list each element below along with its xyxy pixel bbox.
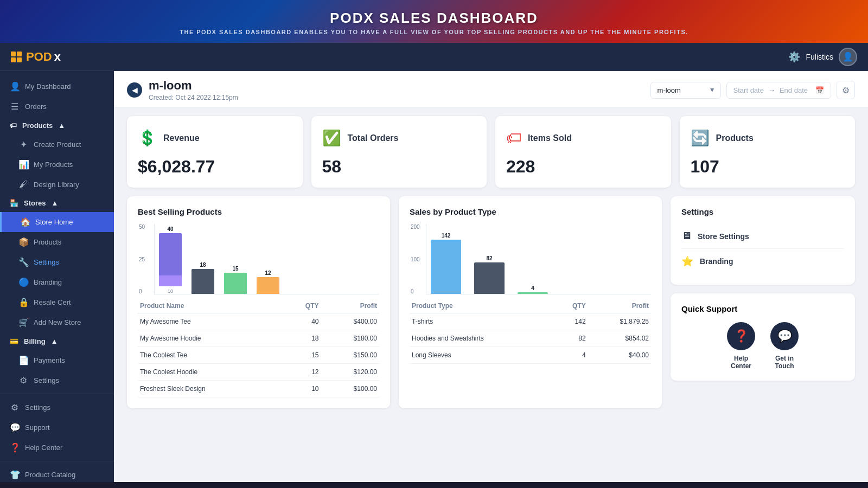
sidebar-item-settings-main[interactable]: ⚙ Settings: [0, 397, 114, 418]
support-icon: 💬: [10, 422, 20, 433]
sidebar-label-orders: Orders: [25, 102, 47, 111]
store-products-icon: 📦: [18, 237, 28, 247]
qty-cell: 15: [284, 347, 321, 364]
sales-by-type-table: Product Type QTY Profit T-shirts 142 $1,…: [410, 299, 651, 364]
sidebar-label-settings: Settings: [34, 258, 59, 266]
kpi-products: 🔄 Products 107: [680, 116, 856, 188]
sidebar-item-product-catalog[interactable]: 👕 Product Catalog: [0, 465, 114, 482]
bar-hoodies: 82: [474, 255, 505, 294]
store-home-icon: 🏠: [20, 217, 30, 227]
col-product-type: Product Type: [410, 299, 554, 313]
sidebar-item-branding[interactable]: 🔵 Branding: [0, 272, 114, 292]
table-row: My Awesome Hoodie 18 $180.00: [138, 330, 379, 347]
settings-panel-title: Settings: [681, 207, 844, 216]
sidebar-label-support: Support: [25, 423, 50, 432]
sidebar-billing-header[interactable]: 💳 Billing ▲: [0, 332, 114, 350]
sidebar-products-header[interactable]: 🏷 Products ▲: [0, 117, 114, 134]
sidebar-item-settings[interactable]: 🔧 Settings: [0, 252, 114, 272]
sidebar-label-resale-cert: Resale Cert: [34, 298, 71, 306]
sidebar-item-create-product[interactable]: ✦ Create Product: [0, 134, 114, 155]
settings-item-store[interactable]: 🖥 Store Settings: [681, 224, 844, 249]
profit-cell: $854.02: [588, 330, 651, 347]
sales-by-type-chart: 200 100 0 142 82: [426, 224, 651, 294]
products-kpi-label: Products: [716, 133, 754, 143]
revenue-icon: 💲: [138, 129, 157, 147]
store-header: ◀ m-loom Created: Oct 24 2022 12:15pm m-…: [114, 71, 868, 107]
best-selling-table: Product Name QTY Profit My Awesome Tee 4…: [138, 299, 379, 397]
support-help-center[interactable]: ❓ HelpCenter: [727, 322, 755, 370]
store-settings-label: Store Settings: [698, 232, 749, 241]
orders-icon: ☰: [10, 101, 20, 112]
branding-settings-label: Branding: [700, 257, 733, 266]
billing-settings-icon: ⚙: [18, 375, 28, 386]
start-date-label: Start date: [733, 86, 764, 94]
chevron-up-billing-icon: ▲: [51, 337, 58, 345]
sidebar-item-my-dashboard[interactable]: 👤 My Dashboard: [0, 76, 114, 97]
get-in-touch-icon: 💬: [770, 322, 799, 350]
back-button[interactable]: ◀: [127, 82, 142, 98]
sidebar-item-orders[interactable]: ☰ Orders: [0, 97, 114, 117]
avatar[interactable]: 👤: [839, 48, 857, 66]
products-kpi-value: 107: [691, 157, 845, 177]
sidebar-item-store-home[interactable]: 🏠 Store Home: [0, 212, 114, 232]
billing-section-icon: 💳: [10, 337, 18, 345]
product-name-cell: Freshest Sleek Design: [138, 381, 284, 397]
sidebar-billing-label: Billing: [24, 337, 46, 345]
sidebar-item-help-center[interactable]: ❓ Help Center: [0, 438, 114, 458]
settings-main-icon: ⚙: [10, 402, 20, 413]
sidebar-label-product-catalog: Product Catalog: [25, 471, 75, 479]
profit-cell: $120.00: [321, 364, 379, 381]
settings-item-branding[interactable]: ⭐ Branding: [681, 249, 844, 274]
date-range-picker[interactable]: Start date → End date 📅: [726, 82, 831, 99]
sidebar-label-billing-settings: Settings: [34, 376, 59, 384]
sidebar-stores-label: Stores: [24, 199, 46, 207]
product-name-cell: The Coolest Hoodie: [138, 364, 284, 381]
support-get-in-touch[interactable]: 💬 Get inTouch: [770, 322, 799, 370]
sidebar-item-design-library[interactable]: 🖌 Design Library: [0, 175, 114, 194]
sidebar-label-settings-main: Settings: [25, 403, 50, 412]
y-axis-labels-2: 200 100 0: [411, 224, 420, 294]
help-center-icon: ❓: [10, 442, 20, 453]
table-row: My Awesome Tee 40 $400.00: [138, 313, 379, 330]
charts-row: Best Selling Products 50 25 0 40: [114, 196, 868, 417]
sidebar-label-design-library: Design Library: [34, 181, 79, 189]
sidebar-label-help-center: Help Center: [25, 444, 62, 452]
store-select[interactable]: m-loom: [650, 82, 721, 99]
sidebar-item-products[interactable]: 📦 Products: [0, 232, 114, 252]
col-product-name: Product Name: [138, 299, 284, 313]
design-library-icon: 🖌: [18, 179, 28, 189]
bar-chart-area-2: 142 82 4: [426, 224, 651, 294]
kpi-total-orders: ✅ Total Orders 58: [311, 116, 487, 188]
sidebar-item-support[interactable]: 💬 Support: [0, 418, 114, 438]
settings-icon[interactable]: ⚙️: [788, 51, 800, 63]
kpi-row: 💲 Revenue $6,028.77 ✅ Total Orders 58 🏷 …: [114, 107, 868, 196]
sidebar-label-products: Products: [34, 238, 61, 246]
profit-cell: $100.00: [321, 381, 379, 397]
qty-cell: 40: [284, 313, 321, 330]
sidebar-stores-header[interactable]: 🏪 Stores ▲: [0, 194, 114, 212]
table-row: Freshest Sleek Design 10 $100.00: [138, 381, 379, 397]
end-date-label: End date: [780, 86, 808, 94]
qty-cell: 142: [554, 313, 588, 330]
sidebar-item-payments[interactable]: 📄 Payments: [0, 350, 114, 370]
products-kpi-icon: 🔄: [691, 129, 710, 147]
sidebar-stores-sub: 🏠 Store Home 📦 Products 🔧 Settings 🔵 Bra…: [0, 212, 114, 332]
main-content: ◀ m-loom Created: Oct 24 2022 12:15pm m-…: [114, 71, 868, 482]
top-nav-right: ⚙️ Fulistics 👤: [788, 48, 857, 66]
stores-section-icon: 🏪: [10, 199, 18, 207]
sidebar-item-billing-settings[interactable]: ⚙ Settings: [0, 370, 114, 390]
sidebar-item-my-products[interactable]: 📊 My Products: [0, 155, 114, 175]
product-name-cell: My Awesome Hoodie: [138, 330, 284, 347]
sidebar-item-resale-cert[interactable]: 🔒 Resale Cert: [0, 292, 114, 312]
store-settings-button[interactable]: ⚙: [837, 81, 855, 99]
sidebar-label-create-product: Create Product: [34, 140, 81, 149]
help-center-support-label: HelpCenter: [731, 355, 751, 370]
items-sold-value: 228: [506, 157, 660, 177]
sidebar-item-add-new-store[interactable]: 🛒 Add New Store: [0, 312, 114, 332]
sidebar-divider-2: [0, 461, 114, 461]
sidebar: 👤 My Dashboard ☰ Orders 🏷 Products ▲ ✦ C…: [0, 71, 114, 482]
items-sold-icon: 🏷: [506, 129, 521, 147]
products-section-icon: 🏷: [10, 121, 17, 130]
sales-by-type-title: Sales by Product Type: [410, 207, 651, 216]
logo-pod: POD: [26, 50, 52, 64]
